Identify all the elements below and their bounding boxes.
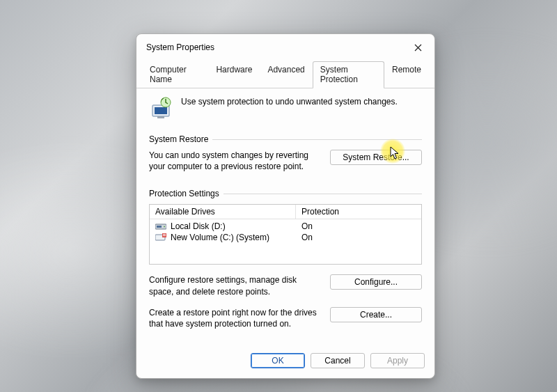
- drives-body: Local Disk (D:) On New Volume (C:) (Syst…: [150, 219, 421, 264]
- tab-strip: Computer Name Hardware Advanced System P…: [136, 59, 434, 88]
- hdd-icon: [155, 222, 166, 230]
- drive-protection: On: [301, 233, 416, 242]
- svg-point-6: [164, 226, 165, 228]
- svg-rect-1: [155, 107, 167, 114]
- svg-rect-10: [163, 235, 166, 236]
- titlebar: System Properties: [136, 34, 434, 59]
- tab-computer-name[interactable]: Computer Name: [142, 61, 208, 88]
- configure-row: Configure restore settings, manage disk …: [149, 274, 422, 297]
- tab-remote[interactable]: Remote: [384, 61, 429, 88]
- svg-rect-2: [157, 116, 164, 118]
- drive-row[interactable]: New Volume (C:) (System) On: [150, 232, 421, 243]
- drive-name: Local Disk (D:): [171, 221, 226, 231]
- configure-button[interactable]: Configure...: [330, 274, 422, 290]
- tab-advanced[interactable]: Advanced: [260, 61, 312, 88]
- tab-system-protection[interactable]: System Protection: [313, 61, 384, 88]
- dialog-footer: OK Cancel Apply: [136, 346, 434, 378]
- drive-row[interactable]: Local Disk (D:) On: [150, 221, 421, 232]
- system-properties-dialog: System Properties Computer Name Hardware…: [136, 33, 435, 379]
- svg-rect-5: [157, 226, 162, 228]
- column-header-protection[interactable]: Protection: [296, 205, 421, 219]
- close-button[interactable]: [408, 40, 427, 55]
- hdd-alt-icon: [155, 233, 166, 242]
- close-icon: [414, 44, 422, 52]
- intro-text: Use system protection to undo unwanted s…: [181, 95, 398, 107]
- cancel-button[interactable]: Cancel: [311, 353, 365, 368]
- create-button[interactable]: Create...: [330, 307, 422, 322]
- svg-rect-9: [163, 234, 166, 235]
- drives-table[interactable]: Available Drives Protection Local Disk (…: [149, 204, 422, 265]
- column-header-drives[interactable]: Available Drives: [150, 205, 296, 219]
- group-legend-settings: Protection Settings: [149, 189, 422, 198]
- system-restore-group: System Restore You can undo system chang…: [149, 134, 422, 172]
- dialog-title: System Properties: [146, 42, 214, 52]
- tab-content: Use system protection to undo unwanted s…: [136, 88, 434, 346]
- create-description: Create a restore point right now for the…: [149, 307, 320, 329]
- drive-protection: On: [301, 221, 416, 231]
- system-restore-button[interactable]: System Restore...: [330, 150, 422, 165]
- protection-settings-group: Protection Settings Available Drives Pro…: [149, 189, 422, 329]
- restore-description: You can undo system changes by reverting…: [149, 150, 320, 172]
- group-legend-restore: System Restore: [149, 134, 422, 144]
- system-protection-hero-icon: [149, 95, 174, 119]
- intro-row: Use system protection to undo unwanted s…: [149, 95, 422, 119]
- ok-button[interactable]: OK: [251, 353, 305, 368]
- drives-header: Available Drives Protection: [150, 205, 421, 219]
- tab-hardware[interactable]: Hardware: [208, 61, 260, 88]
- create-row: Create a restore point right now for the…: [149, 307, 422, 329]
- apply-button[interactable]: Apply: [370, 353, 425, 368]
- configure-description: Configure restore settings, manage disk …: [149, 274, 320, 297]
- drive-name: New Volume (C:) (System): [171, 233, 269, 242]
